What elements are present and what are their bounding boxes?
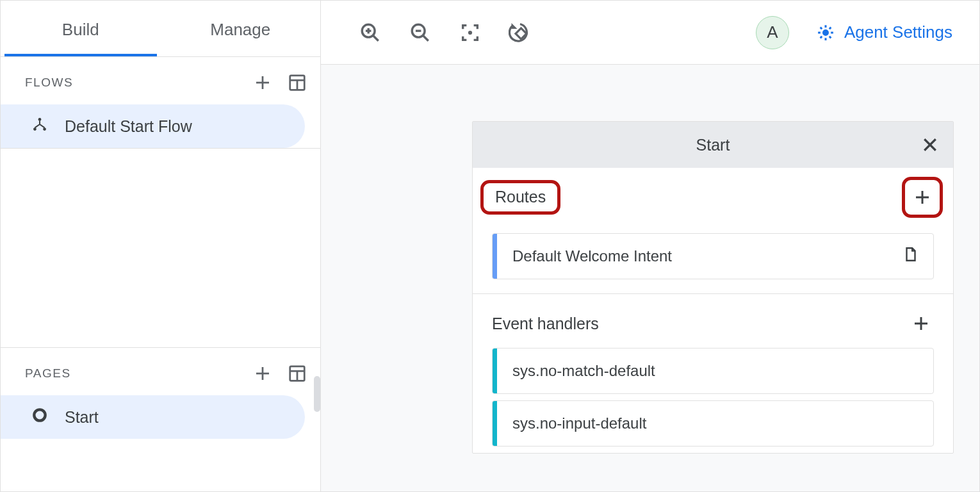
flows-section: FLOWS Default Start Flow (1, 57, 320, 149)
plus-icon (913, 188, 932, 207)
add-event-handler-button[interactable] (908, 311, 934, 336)
flows-header: FLOWS (1, 57, 320, 102)
handler-marker (493, 348, 497, 393)
zoom-in-icon (359, 22, 381, 44)
agent-settings-label: Agent Settings (844, 22, 952, 42)
start-page-panel: Start Routes (472, 121, 954, 454)
gear-icon (816, 23, 835, 42)
plus-icon (253, 364, 272, 383)
tab-build[interactable]: Build (1, 1, 161, 56)
routes-header: Routes (473, 168, 953, 227)
zoom-in-button[interactable] (357, 19, 384, 46)
routes-heading: Routes (495, 188, 546, 206)
handler-label: sys.no-input-default (512, 414, 919, 432)
svg-line-15 (373, 35, 379, 40)
sidebar-scrollbar[interactable] (314, 376, 320, 412)
page-item-start[interactable]: Start (1, 395, 305, 439)
svg-point-21 (468, 30, 472, 34)
event-handlers-heading: Event handlers (492, 315, 908, 333)
flow-item-label: Default Start Flow (65, 117, 192, 136)
reset-icon (509, 21, 532, 44)
routes-list: Default Welcome Intent (473, 233, 953, 294)
sidebar-tabs: Build Manage (1, 1, 320, 57)
page-item-label: Start (65, 408, 99, 427)
zoom-out-icon (409, 22, 431, 44)
sidebar: Build Manage FLOWS Defau (1, 1, 321, 491)
flow-item-default-start[interactable]: Default Start Flow (1, 104, 305, 148)
agent-settings-link[interactable]: Agent Settings (816, 22, 952, 42)
route-marker (493, 234, 497, 279)
svg-point-5 (38, 118, 42, 121)
tab-manage[interactable]: Manage (161, 1, 321, 56)
document-icon (902, 246, 919, 266)
routes-heading-highlight: Routes (480, 180, 560, 215)
flows-view-toggle[interactable] (287, 72, 307, 93)
flows-filler (1, 149, 320, 347)
panel-title: Start (696, 136, 730, 154)
flows-actions (252, 72, 307, 93)
pages-title: PAGES (25, 366, 252, 381)
pages-section: PAGES Start (1, 347, 320, 439)
flows-title: FLOWS (25, 76, 252, 90)
add-page-button[interactable] (252, 363, 273, 384)
table-icon (288, 73, 307, 92)
plus-icon (911, 314, 931, 333)
toolbar-icons (357, 19, 534, 46)
main-area: A Agent Settings Start Rou (321, 1, 979, 491)
reset-rotation-button[interactable] (507, 19, 534, 46)
canvas-area[interactable]: Start Routes (321, 65, 979, 491)
fit-to-screen-button[interactable] (457, 19, 484, 46)
flow-tree-icon (31, 116, 48, 136)
panel-close-button[interactable] (919, 133, 942, 156)
route-label: Default Welcome Intent (512, 247, 902, 265)
avatar[interactable]: A (756, 16, 789, 49)
event-handler-item[interactable]: sys.no-match-default (492, 348, 934, 394)
route-item[interactable]: Default Welcome Intent (492, 233, 934, 279)
table-icon (288, 364, 307, 383)
event-handler-item[interactable]: sys.no-input-default (492, 400, 934, 447)
add-flow-button[interactable] (252, 72, 273, 93)
handler-label: sys.no-match-default (512, 362, 919, 380)
event-handlers-list: sys.no-match-default sys.no-input-defaul… (473, 348, 953, 453)
svg-point-6 (33, 127, 37, 131)
zoom-out-button[interactable] (407, 19, 434, 46)
page-start-icon (31, 407, 48, 427)
event-handlers-header: Event handlers (473, 294, 953, 341)
svg-point-7 (43, 127, 46, 131)
pages-actions (252, 363, 307, 384)
top-toolbar: A Agent Settings (321, 1, 979, 65)
handler-marker (493, 401, 497, 446)
svg-point-13 (34, 409, 45, 420)
svg-point-23 (823, 30, 828, 35)
panel-titlebar[interactable]: Start (473, 122, 953, 168)
plus-icon (253, 73, 272, 92)
app-container: Build Manage FLOWS Defau (0, 0, 980, 492)
svg-line-19 (423, 35, 429, 40)
pages-header: PAGES (1, 348, 320, 393)
fit-icon (459, 22, 481, 44)
pages-view-toggle[interactable] (287, 363, 307, 384)
close-icon (920, 135, 940, 154)
add-route-button[interactable] (902, 177, 943, 218)
